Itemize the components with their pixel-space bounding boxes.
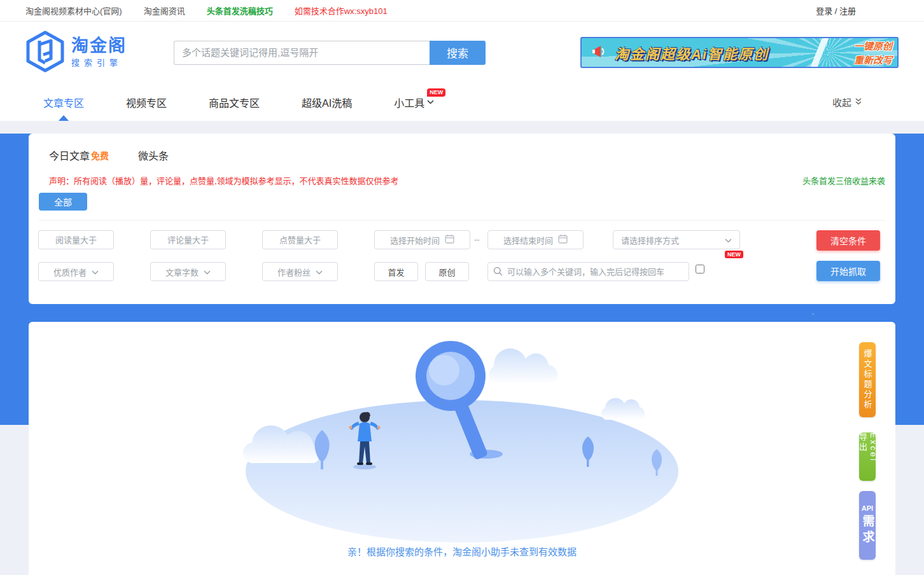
chevron-down-icon: [204, 267, 211, 277]
like-count-input[interactable]: [262, 230, 338, 249]
search-icon: [493, 267, 503, 279]
start-crawl-button[interactable]: 开始抓取: [816, 261, 880, 281]
tab-product-article-zone[interactable]: 商品文专区: [209, 83, 260, 121]
keyword-input[interactable]: [487, 262, 689, 281]
promo-link[interactable]: 头条首发三倍收益来袭: [802, 174, 885, 186]
quality-author-select[interactable]: 优质作者: [38, 262, 114, 281]
divider: [39, 220, 885, 221]
new-badge: NEW: [427, 88, 445, 97]
megaphone-icon: [592, 43, 608, 62]
login-register-link[interactable]: 登录 / 注册: [816, 4, 856, 17]
filter-card: 今日文章免费 微头条 声明：所有阅读（播放）量，评论量，点赞量,领域为模拟参考显…: [29, 134, 895, 304]
keyword-checkbox[interactable]: [696, 265, 704, 274]
sort-select[interactable]: 请选择排序方式: [613, 230, 740, 249]
main-area: 今日文章免费 微头条 声明：所有阅读（播放）量，评论量，点赞量,领域为模拟参考显…: [0, 134, 924, 575]
topbar-link-tips[interactable]: 头条首发洗稿技巧: [207, 4, 273, 17]
top-utility-bar: 淘金阁视频素材中心(官网) 淘金阁资讯 头条首发洗稿技巧 如需技术合作wx:sx…: [0, 0, 924, 22]
comment-count-input[interactable]: [150, 230, 226, 249]
word-count-select[interactable]: 文章字数: [150, 262, 226, 281]
search-button[interactable]: 搜索: [430, 41, 486, 65]
tab-super-ai-rewrite[interactable]: 超级AI洗稿: [302, 83, 352, 121]
empty-state-illustration: [29, 322, 895, 547]
clear-filters-button[interactable]: 清空条件: [816, 230, 880, 251]
disclaimer-text: 声明：所有阅读（播放）量，评论量，点赞量,领域为模拟参考显示，不代表真实性数据仅…: [49, 174, 399, 186]
logo-hexagon-icon: [25, 31, 65, 75]
chevron-down-icon: [427, 100, 434, 104]
banner-divider-stripe: [808, 37, 830, 68]
header: 淘金阁 搜索引擎 搜索 淘金阁超级Ai智能原创 一键原创 重新改写: [0, 22, 924, 83]
new-badge: NEW: [725, 251, 743, 258]
date-range-separator: --: [474, 235, 480, 244]
banner-headline: 淘金阁超级Ai智能原创: [615, 43, 769, 63]
export-excel-button[interactable]: 导出Excel: [859, 433, 876, 481]
category-all-button[interactable]: 全部: [39, 193, 87, 211]
main-search: 搜索: [174, 41, 486, 65]
topbar-link-news[interactable]: 淘金阁资讯: [144, 4, 185, 17]
topbar-link-contact[interactable]: 如需技术合作wx:sxyb101: [295, 4, 388, 17]
tab-article-zone[interactable]: 文章专区: [43, 83, 84, 121]
api-request-button[interactable]: API 需求: [859, 491, 876, 560]
double-chevron-icon: [855, 97, 862, 107]
banner-tag-2: 重新改写: [854, 53, 892, 67]
primary-nav: 文章专区 视频专区 商品文专区 超级AI洗稿 小工具 NEW 收起: [0, 83, 924, 121]
topbar-link-material-center[interactable]: 淘金阁视频素材中心(官网): [25, 4, 122, 17]
calendar-icon: [445, 234, 454, 246]
calendar-icon: [558, 234, 568, 246]
results-card: 亲！根据你搜索的条件，淘金阁小助手未查到有效数据: [29, 322, 895, 575]
start-date-picker[interactable]: 选择开始时间: [374, 230, 470, 249]
tab-video-zone[interactable]: 视频专区: [126, 83, 167, 121]
read-count-input[interactable]: [38, 230, 114, 249]
banner-tag-1: 一键原创: [854, 39, 892, 53]
promo-banner[interactable]: 淘金阁超级Ai智能原创 一键原创 重新改写: [580, 37, 899, 68]
chevron-down-icon: [316, 267, 323, 277]
logo-subtitle: 搜索引擎: [71, 56, 127, 68]
chevron-down-icon: [92, 267, 99, 277]
author-fans-select[interactable]: 作者粉丝: [262, 262, 338, 281]
tab-tools[interactable]: 小工具 NEW: [394, 83, 434, 121]
collapse-toggle[interactable]: 收起: [832, 95, 862, 109]
end-date-picker[interactable]: 选择结束时间: [487, 230, 584, 249]
logo[interactable]: 淘金阁 搜索引擎: [25, 31, 174, 75]
first-publish-toggle[interactable]: 首发: [374, 262, 418, 281]
logo-title: 淘金阁: [71, 37, 127, 55]
search-input[interactable]: [174, 41, 430, 65]
hot-title-analysis-button[interactable]: 爆文标题分析: [859, 342, 876, 417]
tab-today-articles[interactable]: 今日文章免费: [49, 148, 109, 163]
tab-weitoutiao[interactable]: 微头条: [138, 148, 169, 163]
free-tag: 免费: [91, 151, 109, 161]
empty-message: 亲！根据你搜索的条件，淘金阁小助手未查到有效数据: [29, 544, 895, 558]
original-toggle[interactable]: 原创: [425, 262, 469, 281]
chevron-down-icon: [725, 235, 732, 245]
